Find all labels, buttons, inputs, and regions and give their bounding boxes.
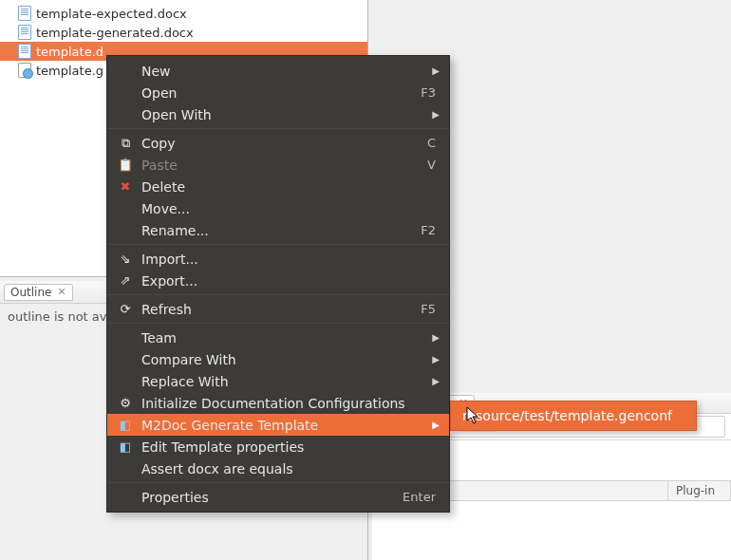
chevron-right-icon: ▶	[432, 109, 440, 120]
menu-item-label: Edit Template properties	[141, 439, 436, 455]
menu-item-label: Open With	[141, 107, 436, 122]
menu-item-paste: 📋PasteV	[107, 154, 449, 176]
menu-item-label: Team	[141, 330, 436, 345]
gear-icon: ⚙	[117, 396, 134, 410]
menu-item-label: Assert docx are equals	[141, 461, 436, 476]
menu-item-label: Export...	[141, 273, 436, 289]
menu-item-label: Compare With	[141, 352, 436, 367]
genconf-icon	[17, 63, 32, 78]
menu-item-label: Refresh	[141, 302, 421, 317]
menu-item-label: Replace With	[141, 374, 436, 389]
menu-item-label: Copy	[141, 136, 427, 151]
menu-item-team[interactable]: Team▶	[107, 327, 449, 348]
file-row[interactable]: template-expected.docx	[0, 4, 367, 23]
chevron-right-icon: ▶	[432, 420, 440, 430]
file-row[interactable]: template-generated.docx	[0, 23, 367, 42]
menu-separator	[107, 294, 449, 295]
menu-item-new[interactable]: New▶	[107, 60, 449, 82]
menu-item-label: Properties	[141, 490, 403, 505]
menu-shortcut: F2	[421, 223, 436, 237]
menu-item-export[interactable]: ⇗Export...	[107, 270, 449, 291]
menu-shortcut: C	[427, 136, 436, 150]
menu-item-edit-template-properties[interactable]: ◧Edit Template properties	[107, 436, 449, 457]
menu-item-compare-with[interactable]: Compare With▶	[107, 348, 449, 370]
submenu-item[interactable]: resource/test/template.genconf	[451, 405, 696, 426]
menu-item-m2doc-generate-template[interactable]: ◧M2Doc Generate Template▶	[107, 414, 449, 436]
tab-outline[interactable]: Outline ✕	[4, 284, 73, 301]
menu-separator	[107, 482, 449, 483]
menu-shortcut: Enter	[403, 490, 436, 504]
file-name: template.d	[36, 45, 103, 59]
chevron-right-icon: ▶	[432, 65, 440, 76]
menu-separator	[107, 244, 449, 245]
menu-item-label: Import...	[141, 252, 436, 267]
export-icon: ⇗	[117, 273, 134, 288]
menu-separator	[107, 323, 449, 324]
file-name: template-generated.docx	[36, 26, 194, 40]
menu-item-label: Delete	[141, 179, 436, 195]
close-icon[interactable]: ✕	[57, 286, 66, 298]
menu-item-replace-with[interactable]: Replace With▶	[107, 370, 449, 392]
menu-item-open[interactable]: OpenF3	[107, 82, 449, 103]
menu-item-label: Open	[141, 85, 421, 101]
menu-item-delete[interactable]: ✖Delete	[107, 176, 449, 197]
submenu: resource/test/template.genconf	[450, 401, 697, 431]
delete-icon: ✖	[117, 179, 134, 194]
chevron-right-icon: ▶	[432, 332, 440, 343]
menu-shortcut: F5	[421, 302, 436, 316]
chevron-right-icon: ▶	[432, 354, 440, 364]
column-plugin[interactable]: Plug-in	[668, 481, 731, 500]
chevron-right-icon: ▶	[432, 376, 440, 386]
tab-label: Outline	[10, 286, 51, 299]
menu-item-label: New	[141, 64, 436, 79]
menu-item-label: Move...	[141, 201, 436, 216]
menu-item-properties[interactable]: PropertiesEnter	[107, 486, 449, 508]
menu-shortcut: V	[427, 158, 436, 172]
docx-icon	[17, 6, 32, 21]
import-icon: ⇘	[117, 252, 134, 266]
copy-icon: ⧉	[117, 136, 134, 151]
m2doc-icon: ◧	[117, 418, 134, 432]
refresh-icon: ⟳	[117, 302, 134, 316]
menu-item-move[interactable]: Move...	[107, 197, 449, 219]
m2doc-icon: ◧	[117, 439, 134, 454]
menu-item-import[interactable]: ⇘Import...	[107, 248, 449, 270]
menu-item-label: M2Doc Generate Template	[141, 418, 436, 433]
menu-item-copy[interactable]: ⧉CopyC	[107, 132, 449, 154]
menu-item-open-with[interactable]: Open With▶	[107, 103, 449, 125]
file-name: template-expected.docx	[36, 7, 187, 21]
menu-item-label: Initialize Documentation Configurations	[141, 396, 436, 411]
menu-item-initialize-documentation-configurations[interactable]: ⚙Initialize Documentation Configurations	[107, 392, 449, 414]
menu-separator	[107, 128, 449, 129]
docx-icon	[17, 44, 32, 59]
paste-icon: 📋	[117, 158, 134, 172]
context-menu: New▶OpenF3Open With▶⧉CopyC📋PasteV✖Delete…	[106, 55, 450, 513]
menu-item-assert-docx-are-equals[interactable]: Assert docx are equals	[107, 457, 449, 479]
menu-item-refresh[interactable]: ⟳RefreshF5	[107, 298, 449, 320]
file-name: template.g	[36, 64, 103, 78]
menu-item-label: Rename...	[141, 223, 421, 238]
menu-shortcut: F3	[421, 85, 436, 100]
menu-item-label: Paste	[141, 158, 427, 173]
menu-item-rename[interactable]: Rename...F2	[107, 219, 449, 241]
docx-icon	[17, 25, 32, 40]
